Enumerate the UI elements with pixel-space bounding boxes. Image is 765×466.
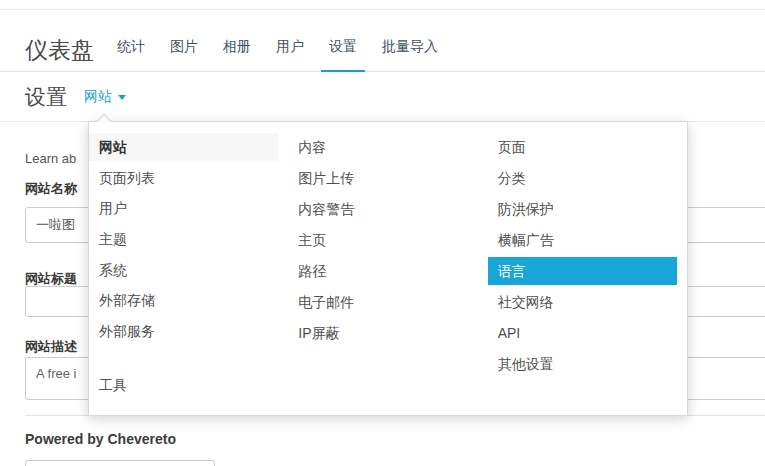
menu-item-ip-bans[interactable]: IP屏蔽 — [288, 319, 477, 347]
page-title: 设置 — [25, 83, 67, 111]
learn-about-text: Learn ab — [25, 151, 76, 166]
admin-dashboard-screen: 仪表盘 统计 图片 相册 用户 设置 批量导入 设置 网站 Learn ab 网… — [0, 0, 765, 466]
menu-item-users[interactable]: 用户 — [89, 194, 278, 222]
dashboard-tabs: 统计 图片 相册 用户 设置 批量导入 — [115, 38, 461, 71]
menu-item-tools[interactable]: 工具 — [89, 371, 278, 399]
menu-item-banners[interactable]: 横幅广告 — [488, 226, 677, 254]
menu-item-content-warning[interactable]: 内容警告 — [288, 195, 477, 223]
menu-item-system[interactable]: 系统 — [89, 256, 278, 284]
tab-users[interactable]: 用户 — [274, 38, 306, 71]
tab-albums[interactable]: 相册 — [221, 38, 253, 71]
menu-item-email[interactable]: 电子邮件 — [288, 288, 477, 316]
menu-item-api[interactable]: API — [488, 319, 677, 347]
tab-images[interactable]: 图片 — [168, 38, 200, 71]
menu-item-pages[interactable]: 页面 — [488, 133, 677, 161]
powered-by-input[interactable] — [25, 460, 215, 466]
menu-item-homepage[interactable]: 主页 — [288, 226, 477, 254]
menu-item-image-upload[interactable]: 图片上传 — [288, 164, 477, 192]
caret-down-icon — [118, 95, 126, 100]
menu-item-website[interactable]: 网站 — [89, 133, 278, 161]
tab-bulk-import[interactable]: 批量导入 — [380, 38, 440, 71]
dropdown-column-1: 网站 页面列表 用户 主题 系统 外部存储 外部服务 工具 — [89, 133, 288, 402]
menu-item-theme[interactable]: 主题 — [89, 225, 278, 253]
menu-item-external-services[interactable]: 外部服务 — [89, 317, 278, 345]
dropdown-column-3: 页面 分类 防洪保护 横幅广告 语言 社交网络 API 其他设置 — [488, 133, 687, 402]
site-name-label: 网站名称 — [25, 180, 77, 198]
dashboard-header: 仪表盘 统计 图片 相册 用户 设置 批量导入 — [0, 10, 765, 72]
top-divider — [0, 0, 765, 10]
settings-page-heading-row: 设置 网站 — [0, 72, 765, 122]
menu-item-page-list[interactable]: 页面列表 — [89, 164, 278, 192]
menu-item-content[interactable]: 内容 — [288, 133, 477, 161]
menu-item-other-settings[interactable]: 其他设置 — [488, 350, 677, 378]
menu-item-social-networks[interactable]: 社交网络 — [488, 288, 677, 316]
menu-item-categories[interactable]: 分类 — [488, 164, 677, 192]
menu-item-languages[interactable]: 语言 — [488, 257, 677, 285]
tab-settings[interactable]: 设置 — [327, 38, 359, 71]
menu-item-external-storage[interactable]: 外部存储 — [89, 286, 278, 314]
site-description-label: 网站描述 — [25, 338, 77, 356]
dropdown-column-2: 内容 图片上传 内容警告 主页 路径 电子邮件 IP屏蔽 — [288, 133, 487, 402]
settings-group-label: 网站 — [84, 88, 112, 106]
menu-item-flood-protection[interactable]: 防洪保护 — [488, 195, 677, 223]
menu-item-routing[interactable]: 路径 — [288, 257, 477, 285]
settings-group-dropdown-trigger[interactable]: 网站 — [84, 88, 126, 106]
dashboard-title: 仪表盘 — [25, 37, 94, 71]
tab-stats[interactable]: 统计 — [115, 38, 147, 71]
settings-groups-dropdown: 网站 页面列表 用户 主题 系统 外部存储 外部服务 工具 内容 图片上传 内容… — [88, 121, 688, 416]
powered-by-label: Powered by Chevereto — [25, 431, 176, 447]
